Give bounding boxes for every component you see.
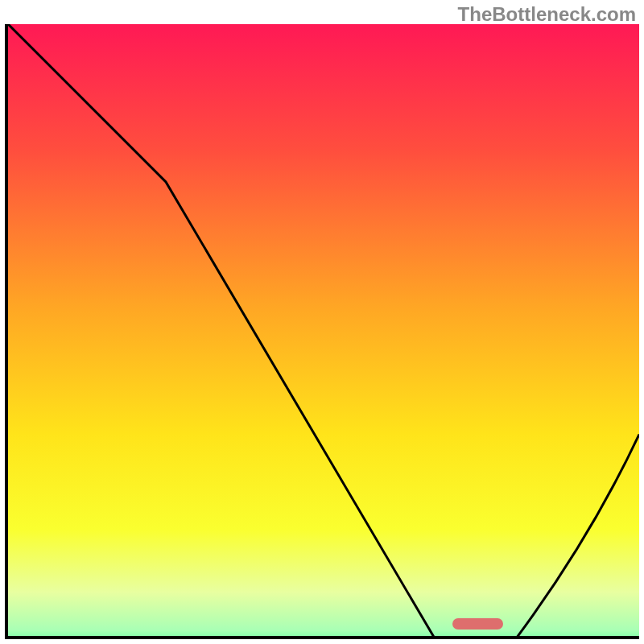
optimal-marker (452, 618, 503, 630)
bottleneck-chart: TheBottleneck.com (0, 0, 644, 644)
plot-area (5, 24, 639, 639)
watermark-text: TheBottleneck.com (458, 3, 636, 26)
bottleneck-curve (8, 24, 639, 639)
